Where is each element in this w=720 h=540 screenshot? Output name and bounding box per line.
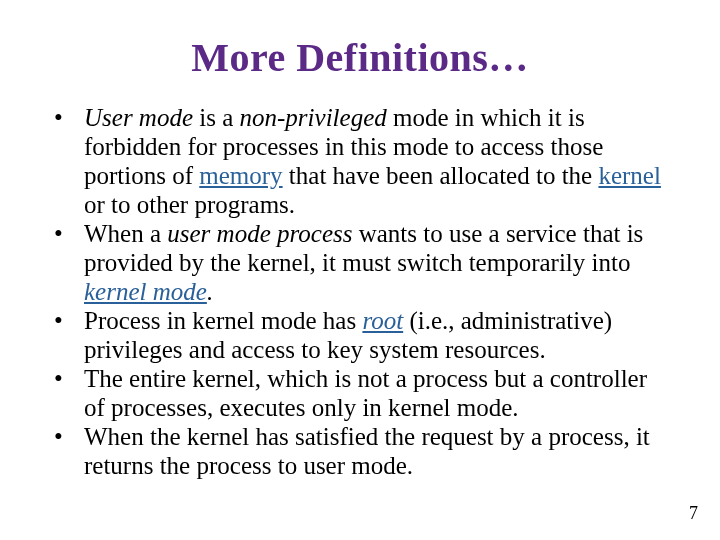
text: that have been allocated to the xyxy=(283,162,599,189)
link-kernel-mode[interactable]: kernel mode xyxy=(84,278,207,305)
text: is a xyxy=(193,104,240,131)
text: . xyxy=(207,278,213,305)
text: Process in kernel mode has xyxy=(84,307,362,334)
term-user-mode-process: user mode process xyxy=(167,220,352,247)
bullet-item: When the kernel has satisfied the reques… xyxy=(48,422,672,480)
bullet-item: Process in kernel mode has root (i.e., a… xyxy=(48,306,672,364)
link-kernel[interactable]: kernel xyxy=(598,162,660,189)
text: When a xyxy=(84,220,167,247)
link-root[interactable]: root xyxy=(362,307,403,334)
term-non-privileged: non-privileged xyxy=(240,104,387,131)
bullet-list: User mode is a non-privileged mode in wh… xyxy=(40,103,680,480)
text: or to other programs. xyxy=(84,191,295,218)
bullet-item: User mode is a non-privileged mode in wh… xyxy=(48,103,672,219)
slide: More Definitions… User mode is a non-pri… xyxy=(0,0,720,540)
bullet-item: When a user mode process wants to use a … xyxy=(48,219,672,306)
bullet-item: The entire kernel, which is not a proces… xyxy=(48,364,672,422)
text: The entire kernel, which is not a proces… xyxy=(84,365,647,421)
slide-title: More Definitions… xyxy=(40,34,680,81)
link-memory[interactable]: memory xyxy=(199,162,282,189)
text: When the kernel has satisfied the reques… xyxy=(84,423,650,479)
page-number: 7 xyxy=(689,503,698,524)
term-user-mode: User mode xyxy=(84,104,193,131)
